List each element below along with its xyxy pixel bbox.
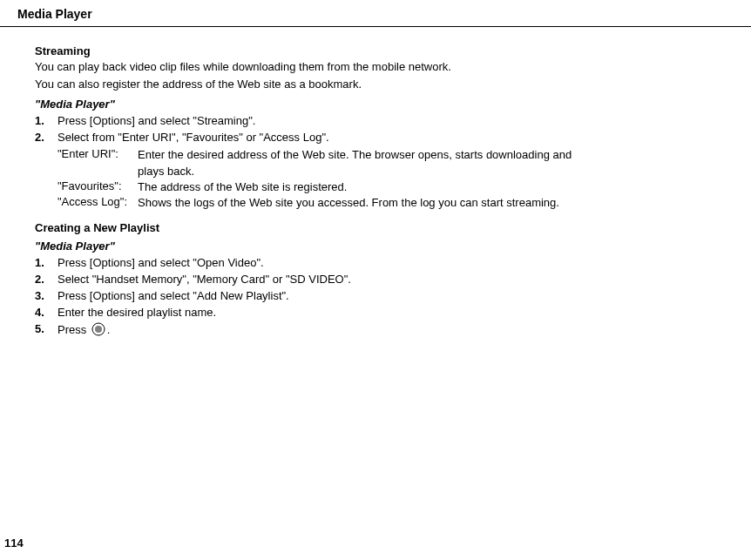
- step-text: Select from "Enter URI", "Favourites" or…: [58, 131, 329, 144]
- playlist-title: Creating a New Playlist: [35, 221, 699, 234]
- playlist-steps: 1. Press [Options] and select "Open Vide…: [35, 256, 699, 339]
- step-text-prefix: Press: [58, 323, 90, 336]
- step-text: Enter the desired playlist name.: [58, 306, 216, 319]
- streaming-title: Streaming: [35, 44, 699, 57]
- definition-desc: Shows the logs of the Web site you acces…: [138, 195, 591, 211]
- page-content: Streaming You can play back video clip f…: [0, 27, 751, 339]
- step-item: 2. Select "Handset Memory", "Memory Card…: [35, 273, 699, 286]
- step-text: Select "Handset Memory", "Memory Card" o…: [58, 273, 351, 286]
- streaming-steps: 1. Press [Options] and select "Streaming…: [35, 114, 699, 144]
- step-number: 1.: [35, 256, 58, 269]
- step-number: 2.: [35, 131, 58, 144]
- step-text: Press [Options] and select "Open Video".: [58, 256, 264, 269]
- definition-term: "Favourites":: [58, 179, 138, 195]
- streaming-section: Streaming You can play back video clip f…: [35, 44, 699, 211]
- definition-row: "Enter URI": Enter the desired address o…: [58, 147, 591, 179]
- page-header: Media Player: [0, 0, 751, 21]
- step-item: 4. Enter the desired playlist name.: [35, 306, 699, 319]
- streaming-para-2: You can also register the address of the…: [35, 77, 699, 92]
- streaming-definitions: "Enter URI": Enter the desired address o…: [58, 147, 591, 211]
- definition-row: "Access Log": Shows the logs of the Web …: [58, 195, 591, 211]
- streaming-menu-label: "Media Player": [35, 98, 699, 111]
- ok-button-icon: [91, 322, 105, 339]
- page-header-title: Media Player: [17, 7, 751, 21]
- definition-desc: Enter the desired address of the Web sit…: [138, 147, 591, 179]
- svg-point-1: [95, 326, 102, 333]
- step-number: 2.: [35, 273, 58, 286]
- streaming-para-1: You can play back video clip files while…: [35, 59, 699, 75]
- definition-term: "Enter URI":: [58, 147, 138, 179]
- step-item: 2. Select from "Enter URI", "Favourites"…: [35, 131, 699, 144]
- step-item: 1. Press [Options] and select "Open Vide…: [35, 256, 699, 269]
- playlist-section: Creating a New Playlist "Media Player" 1…: [35, 221, 699, 339]
- step-number: 1.: [35, 114, 58, 127]
- step-text: Press [Options] and select "Streaming".: [58, 114, 255, 127]
- definition-desc: The address of the Web site is registere…: [138, 179, 591, 195]
- step-text-suffix: .: [107, 323, 111, 336]
- playlist-menu-label: "Media Player": [35, 240, 699, 253]
- step-item: 5. Press .: [35, 322, 699, 339]
- definition-term: "Access Log":: [58, 195, 138, 211]
- page-number: 114: [4, 536, 24, 550]
- definition-row: "Favourites": The address of the Web sit…: [58, 179, 591, 195]
- step-text: Press .: [58, 322, 110, 339]
- step-item: 3. Press [Options] and select "Add New P…: [35, 289, 699, 302]
- step-item: 1. Press [Options] and select "Streaming…: [35, 114, 699, 127]
- step-number: 3.: [35, 289, 58, 302]
- step-number: 4.: [35, 306, 58, 319]
- step-text: Press [Options] and select "Add New Play…: [58, 289, 289, 302]
- step-number: 5.: [35, 322, 58, 335]
